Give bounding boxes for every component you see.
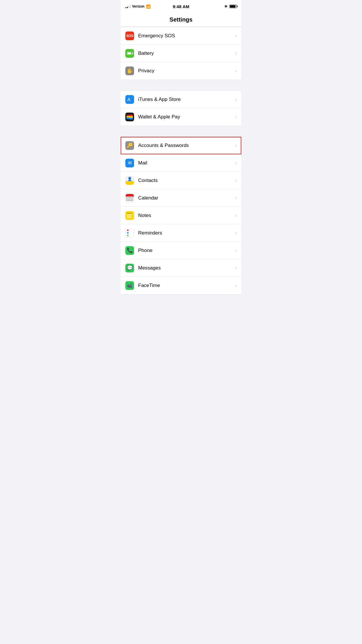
chevron-right-icon: › [235,114,237,120]
calendar-icon [125,194,134,202]
reminders-icon [125,229,134,237]
svg-text:A: A [127,97,131,102]
settings-title: Settings [170,16,193,23]
notes-icon [125,211,134,220]
chevron-right-icon: › [235,230,237,236]
status-bar-right: ✶ [224,4,237,9]
status-bar: Verizon 📶 9:48 AM ✶ [121,0,241,13]
privacy-label: Privacy [138,68,233,74]
settings-item-messages[interactable]: 💬 Messages › [121,259,241,277]
appstore-icon: A [125,95,134,104]
status-bar-left: Verizon 📶 [125,4,151,9]
battery-icon [125,49,134,58]
notes-label: Notes [138,213,233,218]
chevron-right-icon: › [235,247,237,253]
accounts-passwords-label: Accounts & Passwords [138,143,233,148]
wallet-icon [125,113,134,121]
chevron-right-icon: › [235,195,237,201]
facetime-icon: 📹 [125,281,134,290]
chevron-right-icon: › [235,265,237,271]
battery-label: Battery [138,50,233,56]
status-bar-time: 9:48 AM [173,4,189,9]
settings-group-1: SOS Emergency SOS › Battery › ✋ Privacy … [121,27,241,80]
settings-item-privacy[interactable]: ✋ Privacy › [121,62,241,80]
settings-item-itunes-appstore[interactable]: A iTunes & App Store › [121,91,241,108]
settings-item-reminders[interactable]: Reminders › [121,224,241,242]
contacts-label: Contacts [138,178,233,183]
reminders-label: Reminders [138,230,233,236]
section-divider-2 [121,126,241,136]
phone-label: Phone [138,248,233,253]
mail-label: Mail [138,160,233,166]
privacy-icon: ✋ [125,66,134,75]
emergency-sos-label: Emergency SOS [138,33,233,39]
chevron-right-icon: › [235,33,237,39]
messages-label: Messages [138,265,233,271]
chevron-right-icon: › [235,212,237,218]
settings-item-battery[interactable]: Battery › [121,45,241,62]
bluetooth-icon: ✶ [224,4,228,9]
chevron-right-icon: › [235,160,237,166]
calendar-label: Calendar [138,195,233,201]
settings-item-notes[interactable]: Notes › [121,207,241,224]
settings-item-accounts-passwords[interactable]: 🔑 Accounts & Passwords › [121,137,241,154]
settings-item-mail[interactable]: ✉ Mail › [121,154,241,172]
chevron-right-icon: › [235,50,237,56]
wallet-label: Wallet & Apple Pay [138,114,233,120]
chevron-right-icon: › [235,96,237,102]
accounts-icon: 🔑 [125,141,134,150]
wifi-icon: 📶 [146,4,151,9]
settings-group-2: A iTunes & App Store › Wallet & Apple Pa… [121,90,241,126]
chevron-right-icon: › [235,177,237,183]
settings-item-wallet[interactable]: Wallet & Apple Pay › [121,108,241,126]
chevron-right-icon: › [235,283,237,289]
mail-icon: ✉ [125,159,134,167]
signal-icon [125,5,131,8]
battery-status-icon [229,5,237,8]
phone-icon: 📞 [125,246,134,255]
contacts-icon: 👤 [125,176,134,185]
chevron-right-icon: › [235,68,237,74]
chevron-right-icon: › [235,142,237,148]
messages-icon: 💬 [125,264,134,272]
settings-item-contacts[interactable]: 👤 Contacts › [121,172,241,189]
settings-item-calendar[interactable]: Calendar › [121,189,241,207]
settings-item-emergency-sos[interactable]: SOS Emergency SOS › [121,27,241,45]
section-divider-1 [121,80,241,90]
page-title: Settings [121,13,241,27]
carrier-label: Verizon [132,4,145,8]
itunes-appstore-label: iTunes & App Store [138,97,233,102]
facetime-label: FaceTime [138,283,233,288]
settings-item-phone[interactable]: 📞 Phone › [121,242,241,259]
settings-group-3: 🔑 Accounts & Passwords › ✉ Mail › 👤 Cont… [121,136,241,295]
settings-item-facetime[interactable]: 📹 FaceTime › [121,277,241,294]
emergency-sos-icon: SOS [125,32,134,40]
